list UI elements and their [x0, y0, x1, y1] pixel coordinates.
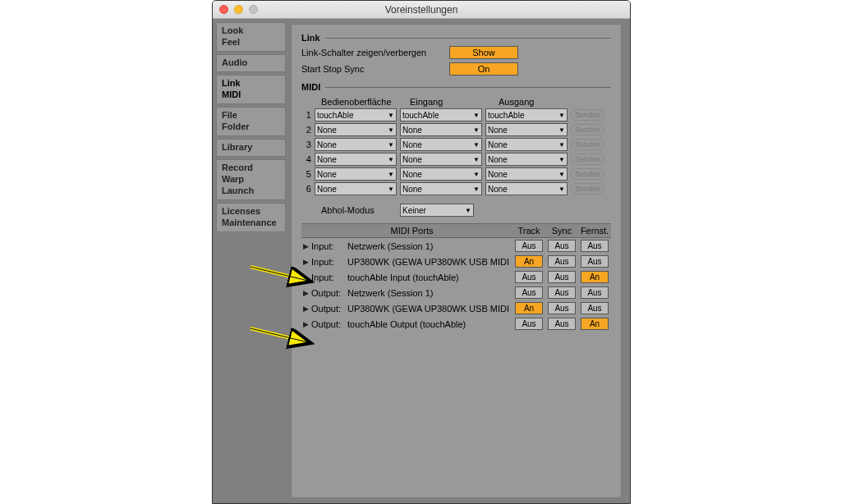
port-name: touchAble Output (touchAble) [347, 319, 512, 329]
slot-number: 2 [301, 125, 315, 135]
port-toggle[interactable]: Aus [515, 271, 543, 283]
midi-port-row: ▶Output:touchAble Output (touchAble)AusA… [301, 316, 611, 332]
senden-button[interactable]: Senden [571, 139, 604, 150]
port-direction: Output: [311, 304, 347, 314]
chevron-down-icon: ▼ [473, 112, 480, 119]
slot-number: 1 [301, 110, 315, 120]
slot-number: 4 [301, 154, 315, 164]
senden-button[interactable]: Senden [571, 124, 604, 135]
midi-output-select[interactable]: None▼ [485, 182, 568, 195]
chevron-down-icon: ▼ [558, 171, 565, 178]
midi-slot-row: 3None▼None▼None▼Senden [301, 138, 611, 151]
sidebar-item-look-feel[interactable]: Look Feel [216, 22, 286, 52]
link-show-toggle[interactable]: Show [449, 46, 518, 59]
port-toggle[interactable]: Aus [581, 302, 609, 314]
control-surface-select[interactable]: touchAble▼ [315, 108, 397, 121]
port-toggle[interactable]: Aus [515, 318, 543, 330]
chevron-down-icon: ▼ [388, 112, 394, 119]
disclosure-triangle-icon[interactable]: ▶ [301, 289, 311, 297]
port-toggle[interactable]: Aus [548, 286, 576, 299]
midi-input-select[interactable]: None▼ [400, 167, 482, 181]
preferences-window: Voreinstellungen Look Feel Audio Link MI… [212, 0, 631, 504]
midi-slot-row: 1touchAble▼touchAble▼touchAble▼Senden [301, 108, 611, 121]
pickup-mode-select[interactable]: Keiner ▼ [400, 204, 474, 217]
traffic-lights [213, 5, 258, 14]
midi-output-select[interactable]: touchAble▼ [485, 108, 568, 121]
sidebar: Look Feel Audio Link MIDI File Folder Li… [213, 19, 286, 503]
disclosure-triangle-icon[interactable]: ▶ [301, 242, 311, 250]
port-toggle[interactable]: Aus [548, 318, 576, 330]
midi-output-select[interactable]: None▼ [485, 167, 568, 181]
port-toggle[interactable]: Aus [581, 286, 609, 299]
control-surface-select[interactable]: None▼ [315, 182, 397, 195]
sidebar-item-file-folder[interactable]: File Folder [216, 107, 286, 136]
disclosure-triangle-icon[interactable]: ▶ [301, 320, 311, 328]
port-toggle[interactable]: An [515, 255, 543, 268]
port-toggle[interactable]: Aus [548, 255, 576, 268]
port-name: UP380WK (GEWA UP380WK USB MIDI [347, 257, 512, 267]
section-midi-header: MIDI [301, 82, 611, 92]
control-surface-select[interactable]: None▼ [315, 153, 397, 166]
midi-input-select[interactable]: None▼ [400, 153, 482, 166]
disclosure-triangle-icon[interactable]: ▶ [301, 258, 311, 266]
slot-number: 3 [301, 140, 315, 149]
chevron-down-icon: ▼ [388, 171, 394, 178]
link-midi-panel: Link Link-Schalter zeigen/verbergen Show… [291, 24, 622, 498]
midi-port-row: ▶Output:UP380WK (GEWA UP380WK USB MIDIAn… [301, 300, 611, 316]
sidebar-item-audio[interactable]: Audio [216, 54, 286, 72]
chevron-down-icon: ▼ [388, 186, 394, 193]
link-sync-toggle[interactable]: On [449, 62, 518, 76]
control-surface-select[interactable]: None▼ [315, 138, 397, 151]
midi-output-select[interactable]: None▼ [485, 153, 568, 166]
midi-input-select[interactable]: None▼ [400, 123, 482, 136]
slot-number: 6 [301, 184, 315, 194]
port-toggle[interactable]: An [515, 302, 543, 314]
sidebar-item-licenses-maintenance[interactable]: Licenses Maintenance [216, 203, 286, 232]
port-toggle[interactable]: Aus [581, 255, 609, 268]
midi-input-select[interactable]: None▼ [400, 138, 482, 151]
disclosure-triangle-icon[interactable]: ▶ [301, 273, 311, 282]
port-name: Netzwerk (Session 1) [347, 288, 512, 298]
sidebar-item-library[interactable]: Library [216, 139, 286, 157]
port-direction: Output: [311, 288, 347, 298]
titlebar[interactable]: Voreinstellungen [213, 1, 630, 19]
content-area: Link Link-Schalter zeigen/verbergen Show… [286, 19, 630, 503]
pickup-mode-label: Abhol-Modus [301, 205, 400, 215]
port-toggle[interactable]: Aus [581, 240, 609, 252]
minimize-icon[interactable] [234, 5, 243, 14]
sidebar-item-link-midi[interactable]: Link MIDI [216, 75, 286, 104]
close-icon[interactable] [219, 5, 228, 14]
port-toggle[interactable]: Aus [515, 286, 543, 299]
senden-button[interactable]: Senden [571, 168, 604, 180]
port-toggle[interactable]: Aus [548, 271, 576, 283]
zoom-icon[interactable] [249, 5, 258, 14]
chevron-down-icon: ▼ [558, 112, 565, 119]
port-toggle[interactable]: Aus [515, 240, 543, 252]
sidebar-item-record-warp-launch[interactable]: Record Warp Launch [216, 159, 286, 200]
port-toggle[interactable]: An [581, 271, 609, 283]
senden-button[interactable]: Senden [571, 153, 604, 165]
midi-port-row: ▶Input:touchAble Input (touchAble)AusAus… [301, 269, 611, 285]
port-toggle[interactable]: Aus [548, 240, 576, 252]
port-direction: Output: [311, 319, 347, 329]
midi-port-row: ▶Input:Netzwerk (Session 1)AusAusAus [301, 238, 611, 254]
midi-slot-row: 6None▼None▼None▼Senden [301, 182, 611, 195]
midi-output-select[interactable]: None▼ [485, 123, 568, 136]
disclosure-triangle-icon[interactable]: ▶ [301, 305, 311, 313]
port-toggle[interactable]: An [581, 318, 609, 330]
midi-ports-header: MIDI Ports Track Sync Fernst. [301, 223, 611, 238]
chevron-down-icon: ▼ [473, 141, 480, 149]
port-direction: Input: [311, 273, 347, 282]
senden-button[interactable]: Senden [571, 109, 604, 121]
chevron-down-icon: ▼ [465, 207, 471, 214]
chevron-down-icon: ▼ [388, 156, 394, 163]
port-toggle[interactable]: Aus [548, 302, 576, 314]
control-surface-select[interactable]: None▼ [315, 123, 397, 136]
senden-button[interactable]: Senden [571, 183, 604, 195]
port-name: UP380WK (GEWA UP380WK USB MIDI [347, 304, 512, 314]
link-show-label: Link-Schalter zeigen/verbergen [301, 48, 449, 57]
midi-output-select[interactable]: None▼ [485, 138, 568, 151]
control-surface-select[interactable]: None▼ [315, 167, 397, 181]
midi-input-select[interactable]: touchAble▼ [400, 108, 482, 121]
midi-input-select[interactable]: None▼ [400, 182, 482, 195]
